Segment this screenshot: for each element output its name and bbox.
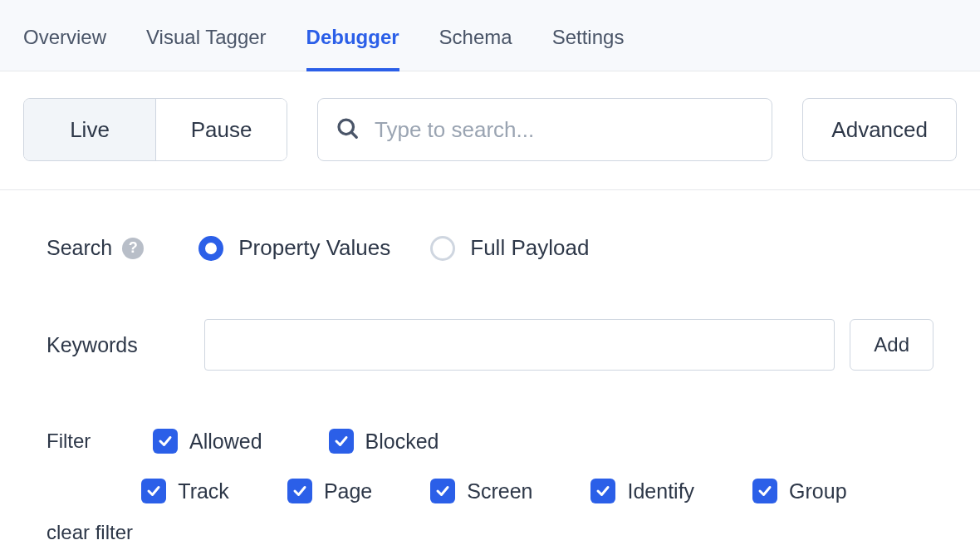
checkbox-label: Page (324, 479, 372, 503)
filter-types-row: clear filter Track Page (47, 479, 933, 550)
checkbox-checked-icon (153, 429, 178, 454)
clear-filter-link[interactable]: clear filter (47, 521, 141, 544)
search-label: Search (47, 236, 112, 260)
checkbox-screen[interactable]: Screen (430, 479, 532, 503)
svg-line-1 (351, 132, 356, 137)
toolbar: Live Pause Advanced (0, 71, 980, 190)
checkbox-track[interactable]: Track (141, 479, 229, 503)
radio-label: Property Values (238, 235, 390, 261)
pause-button[interactable]: Pause (155, 99, 287, 160)
advanced-button[interactable]: Advanced (802, 98, 957, 161)
tab-settings[interactable]: Settings (552, 2, 625, 71)
search-field-wrap[interactable] (317, 98, 772, 161)
tab-visual-tagger[interactable]: Visual Tagger (146, 2, 267, 71)
checkbox-label: Blocked (365, 430, 439, 454)
filter-status-row: Filter Allowed Blocked (47, 429, 933, 454)
search-icon (335, 115, 360, 144)
checkbox-label: Track (178, 479, 229, 503)
checkbox-checked-icon (329, 429, 354, 454)
checkbox-label: Identify (627, 479, 694, 503)
checkbox-checked-icon (287, 479, 312, 503)
keywords-row: Keywords Add (47, 319, 933, 371)
checkbox-checked-icon (752, 479, 777, 503)
checkbox-checked-icon (430, 479, 455, 503)
keywords-label: Keywords (47, 333, 204, 357)
radio-label: Full Payload (470, 235, 589, 261)
live-pause-toggle: Live Pause (23, 98, 287, 161)
tab-overview[interactable]: Overview (23, 2, 106, 71)
live-button[interactable]: Live (24, 99, 155, 160)
search-mode-radio-group: Property Values Full Payload (198, 235, 589, 261)
keywords-input[interactable] (204, 319, 835, 371)
radio-property-values[interactable]: Property Values (198, 235, 390, 261)
checkbox-checked-icon (141, 479, 166, 503)
search-mode-row: Search ? Property Values Full Payload (47, 235, 933, 261)
help-icon[interactable]: ? (122, 238, 144, 259)
checkbox-blocked[interactable]: Blocked (329, 429, 439, 454)
checkbox-label: Group (789, 479, 846, 503)
search-input[interactable] (375, 117, 755, 143)
checkbox-allowed[interactable]: Allowed (153, 429, 262, 454)
radio-full-payload[interactable]: Full Payload (430, 235, 589, 261)
tab-schema[interactable]: Schema (439, 2, 512, 71)
filter-label: Filter (47, 430, 153, 453)
add-button[interactable]: Add (850, 319, 933, 371)
checkbox-group[interactable]: Group (752, 479, 846, 503)
search-label-wrap: Search ? (47, 236, 144, 260)
checkbox-label: Screen (467, 479, 532, 503)
filter-checkbox-rows: Filter Allowed Blocked clear filter (47, 429, 933, 550)
top-tabs: Overview Visual Tagger Debugger Schema S… (0, 0, 980, 71)
checkbox-identify[interactable]: Identify (590, 479, 694, 503)
checkbox-checked-icon (590, 479, 615, 503)
filter-panel: Search ? Property Values Full Payload Ke… (0, 190, 980, 550)
checkbox-page[interactable]: Page (287, 479, 372, 503)
tab-debugger[interactable]: Debugger (306, 2, 399, 71)
checkbox-label: Allowed (189, 430, 262, 454)
radio-circle-selected-icon (198, 236, 223, 261)
radio-circle-icon (430, 236, 455, 261)
